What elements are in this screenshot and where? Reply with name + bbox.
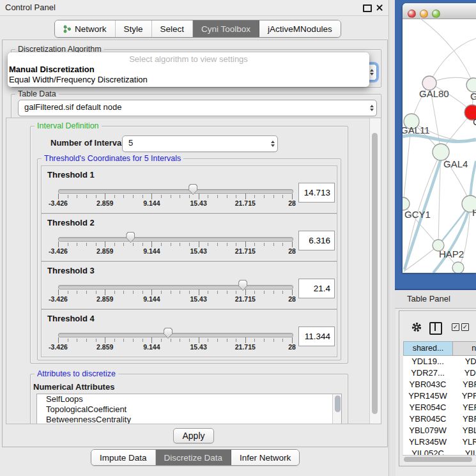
column-header-name[interactable]: name <box>452 341 476 356</box>
threshold-value-input[interactable]: 21.4 <box>298 279 335 298</box>
network-node[interactable] <box>466 78 476 92</box>
close-traffic-light[interactable] <box>408 10 416 18</box>
checkbox-checked-icon[interactable]: ✓ <box>452 323 459 331</box>
network-node-label: GCY1 <box>404 209 431 220</box>
network-node[interactable] <box>403 197 410 210</box>
slider-major-tick <box>151 194 152 199</box>
slider-major-tick <box>292 289 293 295</box>
threshold-label: Threshold 1 <box>47 170 95 180</box>
slider-scale-label: 21.715 <box>235 199 256 207</box>
slider-thumb[interactable] <box>126 232 135 243</box>
threshold-value-input[interactable]: 14.713 <box>298 183 335 203</box>
table-row[interactable]: YBR043CYBR043C <box>403 379 476 390</box>
settings-scroll-viewport: Interval Definition Number of Intervals … <box>6 118 381 424</box>
slider-scale-label: -3.426 <box>49 199 68 207</box>
slider-thumb[interactable] <box>188 184 197 195</box>
table-data-group: Table Data galFiltered.sif default node <box>11 94 381 119</box>
slider-scale-label: 15.43 <box>190 247 206 255</box>
tab-cyni-toolbox[interactable]: Cyni Toolbox <box>193 20 259 37</box>
panel-vertical-scrollbar[interactable] <box>369 118 381 424</box>
network-edge <box>429 38 476 83</box>
attribute-list-item[interactable]: SelfLoops <box>37 394 341 404</box>
slider-major-tick <box>151 242 152 247</box>
slider-major-tick <box>151 289 152 295</box>
table-row[interactable]: YPR145WYPR145W <box>403 390 476 402</box>
slider-scale-label: 2.859 <box>96 295 113 303</box>
slider-major-tick <box>245 242 246 247</box>
table-row[interactable]: YLR345WYLR345W <box>403 436 476 448</box>
tab-network[interactable]: Network <box>55 20 116 37</box>
slider-track[interactable] <box>58 237 293 242</box>
threshold-value-input[interactable]: 11.344 <box>298 326 335 346</box>
minimize-traffic-light[interactable] <box>420 10 428 18</box>
num-intervals-combobox[interactable]: 5 <box>122 135 278 152</box>
network-window-titlebar[interactable] <box>403 3 476 19</box>
tab-infer-network[interactable]: Infer Network <box>231 450 299 465</box>
cell-name: YLR345W <box>452 436 476 448</box>
slider-major-tick <box>245 194 246 199</box>
slider-scale-label: 9.144 <box>143 343 160 351</box>
attribute-list-item[interactable]: TopologicalCoefficient <box>37 404 341 415</box>
slider-scale-label: 28 <box>288 343 296 351</box>
slider-major-tick <box>105 337 105 343</box>
attribute-list-item[interactable]: BetweennessCentrality <box>37 415 341 424</box>
checkbox-checked-icon[interactable]: ✓ <box>461 323 469 331</box>
tab-impute-data[interactable]: Impute Data <box>91 450 156 465</box>
tab-jactivemnodules[interactable]: jActiveMNodules <box>259 20 341 37</box>
column-header-shared-name[interactable]: shared... <box>403 341 453 356</box>
slider-track[interactable] <box>58 333 293 337</box>
tab-label: Impute Data <box>100 453 147 463</box>
slider-thumb[interactable] <box>164 328 173 339</box>
apply-button[interactable]: Apply <box>173 428 214 443</box>
interval-definition-title: Interval Definition <box>35 121 102 131</box>
algorithm-option[interactable]: Manual Discretization <box>9 65 95 74</box>
slider-minor-ticks <box>58 291 293 294</box>
cell-name: YDL19... <box>452 356 476 367</box>
thresholds-title: Threshold's Coordinates for 5 Intervals <box>42 154 183 164</box>
close-icon[interactable] <box>376 4 383 12</box>
tab-discretize-data[interactable]: Discretize Data <box>156 450 232 465</box>
slider-thumb[interactable] <box>238 280 247 291</box>
attributes-scrollbar[interactable] <box>332 394 341 424</box>
interval-definition-group: Interval Definition Number of Intervals … <box>30 126 348 364</box>
cell-shared-name: YLR345W <box>403 436 452 448</box>
slider-major-tick <box>199 289 199 295</box>
table-row[interactable]: YDR27...YDR27... <box>403 367 476 379</box>
table-row[interactable]: YDL19...YDL19... <box>403 356 476 367</box>
slider-track[interactable] <box>58 285 293 289</box>
table-rows[interactable]: YDL19...YDL19...YDR27...YDR27...YBR043CY… <box>403 356 476 455</box>
table-row[interactable]: YBL079WYBL079W <box>403 425 476 436</box>
float-window-icon[interactable] <box>363 4 372 12</box>
slider-track[interactable] <box>58 189 293 194</box>
numerical-attributes-list[interactable]: SelfLoopsTopologicalCoefficientBetweenne… <box>36 394 342 424</box>
column-layout-icon[interactable] <box>429 322 442 335</box>
tab-label: Infer Network <box>240 453 291 463</box>
algorithm-option[interactable]: Equal Width/Frequency Discretization <box>9 75 148 84</box>
table-data-combobox[interactable]: galFiltered.sif default node <box>18 100 377 116</box>
hscrollbar-thumb[interactable] <box>404 457 472 462</box>
panel-scrollbar-thumb[interactable] <box>372 133 378 414</box>
slider-scale-label: 28 <box>288 247 296 255</box>
network-canvas[interactable]: GAL80GALCGAL11GAL4GCY1HHAP2 <box>403 19 476 273</box>
zoom-traffic-light[interactable] <box>432 10 440 18</box>
cell-shared-name: YBR045C <box>403 413 452 425</box>
network-node-label: GAL4 <box>443 158 468 169</box>
table-row[interactable]: YBR045CYBR045C <box>403 413 476 425</box>
slider-major-tick <box>105 289 105 295</box>
table-row[interactable]: YIL052CYIL052C <box>403 448 476 455</box>
tab-style[interactable]: Style <box>116 20 152 37</box>
cell-shared-name: YIL052C <box>403 448 452 455</box>
panel-title: Control Panel <box>5 3 56 12</box>
gear-icon[interactable] <box>411 321 422 333</box>
tab-select[interactable]: Select <box>152 20 194 37</box>
cell-name: YIL052C <box>452 448 476 455</box>
table-row[interactable]: YER054CYER054C <box>403 402 476 413</box>
num-intervals-value: 5 <box>123 136 268 151</box>
network-node-label: GAL11 <box>403 125 430 135</box>
table-data-title: Table Data <box>15 89 59 99</box>
network-node[interactable] <box>452 262 464 273</box>
threshold-panel: Threshold 2-3.4262.8599.14415.4321.71528… <box>41 213 337 261</box>
threshold-value-input[interactable]: 6.316 <box>298 231 335 250</box>
cell-shared-name: YPR145W <box>403 390 452 402</box>
table-horizontal-scrollbar[interactable] <box>403 455 476 464</box>
